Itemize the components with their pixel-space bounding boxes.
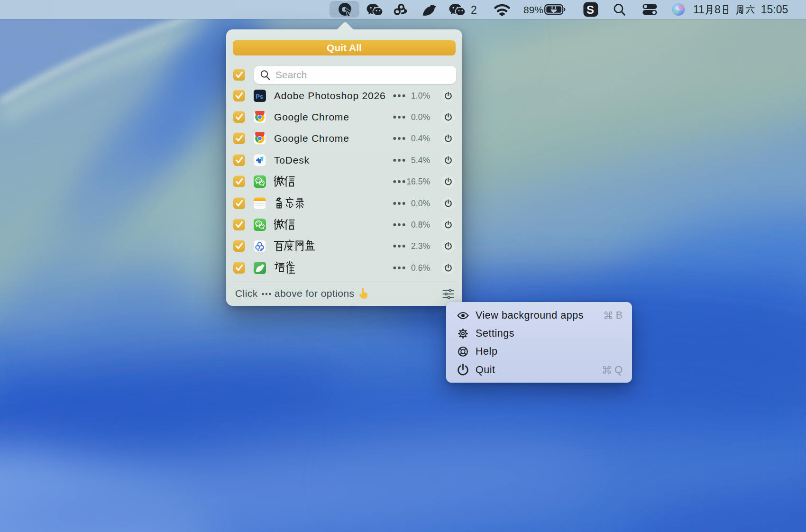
svg-text:S: S — [586, 3, 594, 16]
